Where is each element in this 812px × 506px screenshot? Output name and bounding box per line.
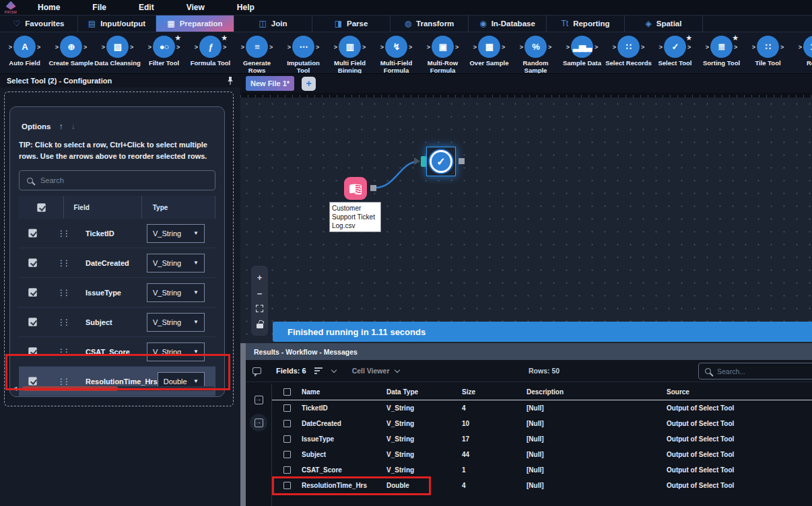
menu-item[interactable]: View bbox=[170, 3, 221, 12]
menu-item[interactable]: Edit bbox=[123, 3, 170, 12]
input-data-tool-node[interactable] bbox=[344, 177, 367, 200]
palette-tool[interactable]: ★ > A > Auto Field bbox=[1, 32, 48, 73]
row-checkbox[interactable] bbox=[283, 451, 291, 458]
palette-tool[interactable]: ★ > ▥ > Multi Field Binning bbox=[327, 32, 373, 73]
zoom-in-button[interactable]: + bbox=[257, 273, 263, 282]
palette-tool[interactable]: ★ > ƒ > Formula Tool bbox=[187, 32, 234, 73]
select-node-output-anchor[interactable] bbox=[459, 158, 465, 164]
results-table-row[interactable]: TicketID V_String 4 [Null] Output of Sel… bbox=[272, 400, 812, 416]
palette-tool[interactable]: ★ > 12 > Reco bbox=[791, 32, 812, 73]
column-header-source[interactable]: Source bbox=[667, 388, 812, 396]
input-node-output-anchor[interactable] bbox=[370, 185, 376, 191]
drag-handle-icon[interactable]: ⋮⋮ bbox=[57, 318, 68, 327]
panel-splitter[interactable] bbox=[240, 343, 246, 506]
category-tab[interactable]: ▤ Input/output bbox=[78, 15, 156, 32]
select-all-checkbox[interactable] bbox=[37, 203, 46, 212]
workflow-canvas[interactable]: Customer Support Ticket Log.csv ✓ + − bbox=[240, 98, 812, 343]
palette-tool[interactable]: ★ > ↯ > Multi-Field Formula bbox=[373, 32, 419, 73]
palette-tool[interactable]: ★ > ∷ > Select Records bbox=[605, 32, 652, 73]
menu-item[interactable]: Home bbox=[22, 3, 76, 12]
palette-tool[interactable]: ★ > ▨ > Data Cleansing bbox=[94, 32, 141, 73]
field-checkbox[interactable] bbox=[28, 318, 37, 326]
row-checkbox[interactable] bbox=[283, 466, 291, 474]
tool-icon: ≣ bbox=[710, 36, 733, 58]
category-tab-label: Parse bbox=[347, 20, 368, 28]
palette-tool[interactable]: ★ > ▣ > Multi-Row Formula bbox=[419, 32, 466, 73]
field-checkbox[interactable] bbox=[28, 258, 37, 267]
palette-tool[interactable]: ★ > % > Random Sample bbox=[512, 32, 559, 73]
select-tool-node[interactable]: ✓ bbox=[430, 150, 452, 173]
cell-viewer-dropdown[interactable]: Cell Viewer bbox=[352, 367, 400, 375]
category-tab[interactable]: ◨ Parse bbox=[312, 15, 391, 32]
palette-tool[interactable]: ★ > ✓ > Select Tool bbox=[652, 32, 698, 73]
drag-handle-icon[interactable]: ⋮⋮ bbox=[57, 288, 68, 297]
field-row[interactable]: ⋮⋮ DateCreated V_String ▼ bbox=[19, 248, 215, 278]
type-dropdown[interactable]: V_String ▼ bbox=[147, 313, 205, 332]
results-table-row[interactable]: DateCreated V_String 10 [Null] Output of… bbox=[272, 416, 812, 431]
palette-tool[interactable]: ★ > ⊕ > Create Sample bbox=[48, 32, 94, 73]
cell-source: Output of Select Tool bbox=[667, 466, 812, 474]
workflow-tab[interactable]: New File 1* bbox=[246, 76, 294, 91]
results-select-all-checkbox[interactable] bbox=[283, 388, 291, 396]
lock-button[interactable] bbox=[257, 324, 263, 328]
column-header-data-type[interactable]: Data Type bbox=[386, 388, 462, 396]
palette-tool[interactable]: ★ > ▂▅▃ > Sample Data bbox=[559, 32, 605, 73]
category-tab[interactable]: ◉ In-Database bbox=[469, 15, 547, 32]
category-tab[interactable]: ◍ Transform bbox=[391, 15, 469, 32]
export-icon-wrap[interactable] bbox=[250, 414, 267, 431]
tip-text: TIP: Click to select a row, Ctrl+Click t… bbox=[19, 139, 215, 161]
palette-tool[interactable]: ★ > ▦ > Over Sample bbox=[466, 32, 512, 73]
palette-tool[interactable]: ★ > ⋯ > Imputation Tool bbox=[280, 32, 327, 73]
category-tab[interactable]: ◈ Spatial bbox=[625, 15, 703, 32]
palette-tool[interactable]: ★ > ≣ > Sorting Tool bbox=[698, 32, 745, 73]
results-search-placeholder: Search... bbox=[717, 367, 745, 375]
results-table-row[interactable]: Subject V_String 44 [Null] Output of Sel… bbox=[272, 447, 812, 462]
category-tab[interactable]: Tt Reporting bbox=[547, 15, 625, 32]
category-tab-label: Transform bbox=[416, 20, 454, 28]
palette-tool[interactable]: ★ > ≡ > Generate Rows bbox=[234, 32, 280, 73]
category-tab[interactable]: ◫ Join bbox=[234, 15, 312, 32]
type-dropdown[interactable]: V_String ▼ bbox=[147, 224, 205, 243]
move-down-arrow[interactable]: ↓ bbox=[71, 122, 75, 131]
row-checkbox[interactable] bbox=[283, 404, 291, 412]
fit-to-screen-button[interactable] bbox=[256, 305, 263, 312]
category-tab[interactable]: ♡ Favourites bbox=[0, 15, 78, 32]
tool-icon: ≡ bbox=[246, 36, 268, 58]
column-header-name[interactable]: Name bbox=[302, 388, 386, 396]
category-tab-icon: ♡ bbox=[13, 19, 21, 28]
add-workflow-tab-button[interactable]: + bbox=[302, 77, 316, 91]
tool-input-anchor-icon: > bbox=[334, 44, 337, 50]
field-checkbox[interactable] bbox=[28, 288, 37, 297]
field-row[interactable]: ⋮⋮ TicketID V_String ▼ bbox=[19, 219, 215, 248]
column-header-size[interactable]: Size bbox=[462, 388, 527, 396]
type-dropdown[interactable]: V_String ▼ bbox=[147, 254, 205, 273]
results-table-row[interactable]: CSAT_Score V_String 1 [Null] Output of S… bbox=[272, 462, 812, 478]
drag-handle-icon[interactable]: ⋮⋮ bbox=[57, 229, 68, 238]
row-checkbox[interactable] bbox=[283, 420, 291, 427]
tool-label: Generate Rows bbox=[234, 60, 280, 74]
palette-tool[interactable]: ★ > ∷ > Tile Tool bbox=[745, 32, 791, 73]
type-dropdown[interactable]: V_String ▼ bbox=[147, 283, 205, 302]
results-table-row[interactable]: IssueType V_String 17 [Null] Output of S… bbox=[272, 431, 812, 447]
field-checkbox[interactable] bbox=[28, 229, 37, 238]
pin-icon[interactable] bbox=[227, 76, 234, 85]
results-search-input[interactable]: Search... bbox=[698, 363, 812, 380]
category-tab[interactable]: ▦ Preparation bbox=[156, 15, 234, 32]
drag-handle-icon[interactable]: ⋮⋮ bbox=[57, 258, 68, 268]
menu-item[interactable]: File bbox=[76, 3, 123, 12]
chevron-down-icon[interactable] bbox=[331, 367, 336, 372]
select-tool-selection-box[interactable]: ✓ bbox=[426, 147, 456, 176]
messages-icon[interactable] bbox=[252, 367, 261, 374]
menu-item[interactable]: Help bbox=[221, 3, 271, 12]
palette-tool[interactable]: ★ > ●○ > Filter Tool bbox=[141, 32, 187, 73]
filter-icon[interactable] bbox=[314, 366, 323, 375]
tool-output-anchor-icon: > bbox=[548, 44, 551, 50]
open-in-window-icon[interactable] bbox=[255, 396, 263, 404]
field-search-input[interactable]: Search bbox=[19, 170, 215, 190]
zoom-out-button[interactable]: − bbox=[257, 289, 263, 298]
column-header-description[interactable]: Description bbox=[527, 388, 667, 396]
field-row[interactable]: ⋮⋮ Subject V_String ▼ bbox=[19, 308, 215, 337]
field-row[interactable]: ⋮⋮ IssueType V_String ▼ bbox=[19, 278, 215, 308]
move-up-arrow[interactable]: ↑ bbox=[59, 122, 63, 131]
row-checkbox[interactable] bbox=[283, 435, 291, 443]
